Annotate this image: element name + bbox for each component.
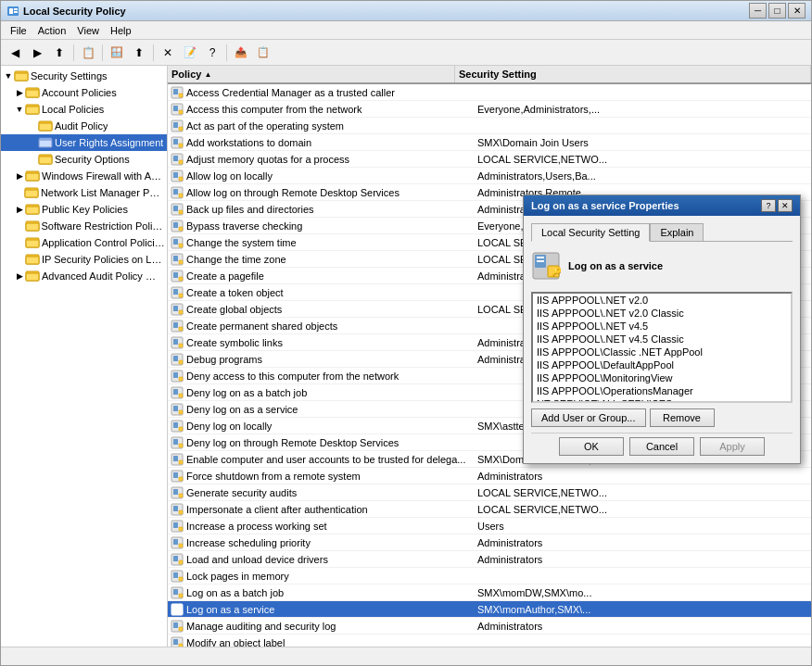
tree-item-firewall[interactable]: ▶ Windows Firewall with Advanced Sec... [1,168,167,184]
tree-item-advanced-audit[interactable]: ▶ Advanced Audit Policy Configuration [1,268,167,284]
tree-label-firewall: Windows Firewall with Advanced Sec... [42,170,162,182]
dialog-close-button[interactable]: ✕ [778,199,793,212]
svg-rect-11 [39,123,52,131]
delete-button[interactable]: ✕ [158,43,178,63]
list-row[interactable]: Increase a process working setUsers [168,518,811,534]
dialog-tab-local-security[interactable]: Local Security Setting [531,223,650,242]
header-policy[interactable]: Policy ▲ [168,66,455,82]
dialog-list-item[interactable]: NT SERVICE\ALL SERVICES [533,397,791,403]
new-window[interactable]: 🪟 [107,43,127,63]
dialog-list-item[interactable]: IIS APPPOOL\OperationsManager [533,384,791,397]
dialog-list-item[interactable]: IIS APPPOOL\DefaultAppPool [533,358,791,371]
svg-rect-25 [26,240,39,247]
list-row[interactable]: Impersonate a client after authenticatio… [168,501,811,518]
tree-expand-security-opts[interactable] [27,154,38,165]
list-row[interactable]: Force shutdown from a remote systemAdmin… [168,468,811,484]
dialog-list-item[interactable]: IIS APPPOOL\.NET v2.0 Classic [533,307,791,320]
toolbar-extra[interactable]: 📋 [253,43,273,63]
list-row[interactable]: Allow log on locallyAdministrators,Users… [168,168,811,184]
dialog-list-container[interactable]: IIS APPPOOL\.NET v2.0IIS APPPOOL\.NET v2… [531,292,793,403]
forward-button[interactable]: ▶ [27,43,47,63]
list-row[interactable]: Generate security auditsLOCAL SERVICE,NE… [168,484,811,501]
policy-name: Debug programs [186,354,474,365]
back-button[interactable]: ◀ [5,43,25,63]
list-row[interactable]: Manage auditing and security logAdminist… [168,618,811,635]
apply-button[interactable]: Apply [700,437,765,456]
dialog-list-item[interactable]: IIS APPPOOL\.NET v4.5 Classic [533,333,791,346]
svg-rect-68 [179,294,183,297]
list-row[interactable]: Add workstations to domainSMX\Domain Joi… [168,134,811,151]
tree-item-appcontrol[interactable]: Application Control Policies [1,234,167,251]
tree-item-audit[interactable]: Audit Policy [1,118,167,134]
tree-expand-firewall[interactable]: ▶ [14,170,25,182]
add-user-button[interactable]: Add User or Group... [531,408,646,427]
tree-item-pubkey[interactable]: ▶ Public Key Policies [1,201,167,218]
tree-expand-ip[interactable] [14,254,25,265]
tree-expand-software[interactable] [14,220,25,232]
policy-row-icon [170,252,184,267]
svg-rect-91 [173,422,178,428]
menu-file[interactable]: File [5,23,32,38]
tree-expand-security[interactable]: ▼ [3,70,14,82]
list-row[interactable]: Access this computer from the networkEve… [168,101,811,118]
list-row[interactable]: Log on as a batch jobSMX\momDW,SMX\mo... [168,584,811,601]
tree-expand-account[interactable]: ▶ [14,87,25,98]
list-row[interactable]: Access Credential Manager as a trusted c… [168,84,811,101]
tree-expand-network[interactable] [14,187,24,198]
list-row[interactable]: Increase scheduling priorityAdministrato… [168,534,811,551]
tree-item-security-settings[interactable]: ▼ Security Settings [1,68,167,84]
tree-item-software[interactable]: Software Restriction Policies [1,218,167,234]
list-row[interactable]: Load and unload device driversAdministra… [168,551,811,568]
dialog-help-button[interactable]: ? [761,199,776,212]
dialog-list-item[interactable]: IIS APPPOOL\.NET v2.0 [533,294,791,307]
policy-name: Impersonate a client after authenticatio… [186,504,474,515]
dialog-log-on-service: Log on as a service Properties ? ✕ Local… [523,195,801,464]
dialog-list-item[interactable]: IIS APPPOOL\MonitoringView [533,371,791,384]
policy-row-icon [170,369,184,383]
svg-rect-113 [179,544,183,547]
tree-item-security-options[interactable]: Security Options [1,151,167,168]
up-one-level[interactable]: ⬆ [129,43,149,63]
ok-button[interactable]: OK [559,437,624,456]
tree-item-network[interactable]: Network List Manager Policies [1,184,167,201]
tree-item-user-rights[interactable]: User Rights Assignment [1,134,167,151]
tree-item-local-policies[interactable]: ▼ Local Policies [1,101,167,118]
up-button[interactable]: ⬆ [49,43,70,63]
tree-expand-audit[interactable] [27,120,38,132]
dialog-list-item[interactable]: IIS APPPOOL\Classic .NET AppPool [533,346,791,358]
policy-setting: LOCAL SERVICE,NETWO... [474,154,811,165]
policy-name: Change the time zone [186,254,474,265]
export-button[interactable]: 📤 [231,43,251,63]
show-hide-tree[interactable]: 📋 [78,43,98,63]
tree-expand-local[interactable]: ▼ [14,104,25,115]
list-row[interactable]: Adjust memory quotas for a processLOCAL … [168,151,811,168]
policy-setting: SMX\momDW,SMX\mo... [474,587,811,598]
svg-rect-79 [173,356,178,361]
cancel-button[interactable]: Cancel [629,437,694,456]
header-setting[interactable]: Security Setting [455,66,811,82]
remove-button[interactable]: Remove [650,408,715,427]
dialog-tab-explain[interactable]: Explain [650,223,704,242]
menu-view[interactable]: View [71,23,105,38]
list-row[interactable]: Act as part of the operating system [168,118,811,134]
minimize-button[interactable]: ─ [749,3,767,19]
svg-rect-95 [179,444,183,447]
list-row[interactable]: Modify an object label [168,635,811,647]
tree-item-account-policies[interactable]: ▶ Account Policies [1,84,167,101]
list-row[interactable]: Lock pages in memory [168,568,811,584]
menu-action[interactable]: Action [32,23,72,38]
tree-expand-user-rights[interactable] [27,137,38,148]
list-row[interactable]: Log on as a serviceSMX\momAuthor,SMX\... [168,601,811,618]
policy-row-icon [170,285,184,300]
close-button[interactable]: ✕ [788,3,806,19]
tree-item-ip[interactable]: IP Security Policies on Local Compute... [1,251,167,268]
tree-expand-pubkey[interactable]: ▶ [14,204,25,215]
tree-expand-advanced[interactable]: ▶ [14,270,25,282]
properties-button[interactable]: 📝 [180,43,200,63]
help-button[interactable]: ? [202,43,222,63]
dialog-list-item[interactable]: IIS APPPOOL\.NET v4.5 [533,320,791,333]
maximize-button[interactable]: □ [768,3,786,19]
tree-expand-appcontrol[interactable] [14,237,25,248]
svg-rect-125 [179,610,183,614]
menu-help[interactable]: Help [105,23,137,38]
